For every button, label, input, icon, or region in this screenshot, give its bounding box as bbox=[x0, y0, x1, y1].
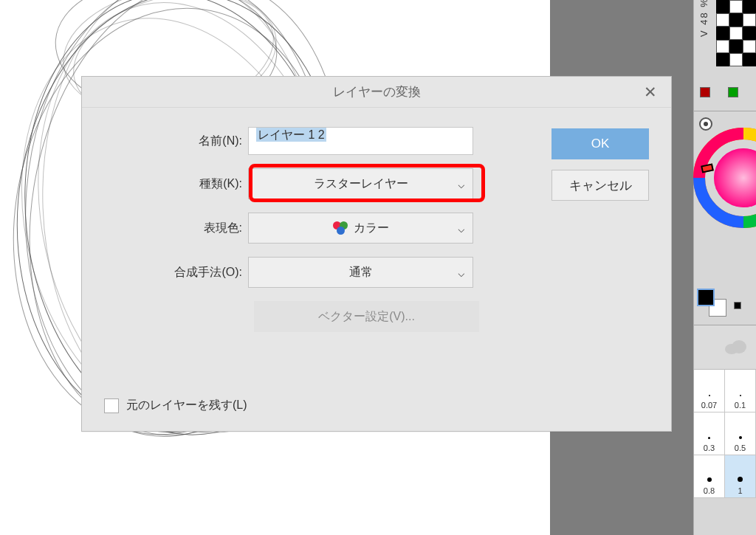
kind-value: ラスターレイヤー bbox=[314, 176, 408, 192]
blend-value: 通常 bbox=[349, 265, 373, 280]
blend-dropdown[interactable]: 通常 ⌵ bbox=[248, 257, 473, 288]
checkerboard[interactable] bbox=[716, 0, 756, 66]
dialog-titlebar: レイヤーの変換 ✕ bbox=[82, 77, 671, 108]
brush-panel-header bbox=[694, 325, 756, 370]
brush-size-cell[interactable]: 0.3 bbox=[694, 413, 725, 455]
blend-label: 合成手法(O): bbox=[104, 265, 248, 280]
brush-dot-icon bbox=[739, 436, 742, 439]
brush-size-cell[interactable]: 0.07 bbox=[694, 370, 725, 413]
brush-size-label: 0.07 bbox=[701, 401, 717, 410]
value-panel: V 48 % bbox=[694, 0, 756, 111]
chevron-down-icon: ⌵ bbox=[458, 221, 465, 235]
cancel-button[interactable]: キャンセル bbox=[551, 170, 649, 201]
name-label: 名前(N): bbox=[104, 134, 248, 149]
brush-dot-icon bbox=[738, 477, 743, 482]
vector-settings-button: ベクター設定(V)... bbox=[254, 301, 479, 332]
swatch-red[interactable] bbox=[700, 87, 710, 97]
keep-original-label: 元のレイヤーを残す(L) bbox=[126, 398, 247, 413]
cloud-icon bbox=[723, 339, 748, 355]
brush-size-label: 1 bbox=[738, 486, 742, 495]
brush-dot-icon bbox=[740, 395, 741, 396]
kind-dropdown[interactable]: ラスターレイヤー ⌵ bbox=[248, 168, 473, 199]
name-input-value: レイヤー 1 2 bbox=[256, 128, 326, 142]
brush-size-cell[interactable]: 0.1 bbox=[725, 370, 756, 413]
chevron-down-icon: ⌵ bbox=[458, 177, 465, 191]
keep-original-checkbox[interactable] bbox=[104, 398, 119, 413]
brush-dot-icon bbox=[707, 477, 712, 482]
brush-dot-icon bbox=[709, 395, 710, 396]
close-icon: ✕ bbox=[644, 77, 657, 108]
keep-original-row[interactable]: 元のレイヤーを残す(L) bbox=[104, 398, 247, 413]
name-input[interactable]: レイヤー 1 2 bbox=[248, 127, 473, 155]
fg-bg-swatch[interactable] bbox=[697, 289, 734, 318]
dialog-title: レイヤーの変換 bbox=[333, 85, 421, 99]
convert-layer-dialog: レイヤーの変換 ✕ 名前(N): レイヤー 1 2 種類(K): ラスターレイヤ… bbox=[81, 76, 672, 432]
express-color-label: 表現色: bbox=[104, 221, 248, 236]
rgb-icon bbox=[333, 221, 349, 235]
svg-point-15 bbox=[732, 340, 746, 353]
ok-button[interactable]: OK bbox=[551, 128, 649, 159]
brush-size-label: 0.8 bbox=[704, 486, 715, 495]
history-swatch[interactable] bbox=[734, 302, 741, 309]
fg-color[interactable] bbox=[697, 289, 715, 306]
brush-size-cell[interactable]: 1 bbox=[725, 455, 756, 498]
brush-size-cell[interactable]: 0.8 bbox=[694, 455, 725, 498]
side-panels: V 48 % bbox=[693, 0, 756, 535]
brush-dot-icon bbox=[708, 437, 710, 439]
brush-size-cell[interactable]: 0.5 bbox=[725, 413, 756, 455]
kind-label: 種類(K): bbox=[104, 176, 248, 192]
color-wheel[interactable] bbox=[692, 126, 756, 229]
value-percent-label: V 48 % bbox=[698, 0, 709, 37]
brush-size-panel: 0.070.10.30.50.81 bbox=[694, 325, 756, 498]
close-button[interactable]: ✕ bbox=[640, 77, 661, 108]
svg-point-13 bbox=[714, 148, 756, 207]
color-panel bbox=[694, 111, 756, 325]
chevron-down-icon: ⌵ bbox=[458, 266, 465, 280]
express-color-dropdown[interactable]: カラー ⌵ bbox=[248, 213, 473, 244]
brush-size-label: 0.1 bbox=[735, 401, 746, 410]
swatch-green[interactable] bbox=[728, 87, 738, 97]
brush-size-label: 0.3 bbox=[704, 443, 715, 452]
brush-size-label: 0.5 bbox=[735, 443, 746, 452]
express-color-value: カラー bbox=[354, 221, 389, 236]
